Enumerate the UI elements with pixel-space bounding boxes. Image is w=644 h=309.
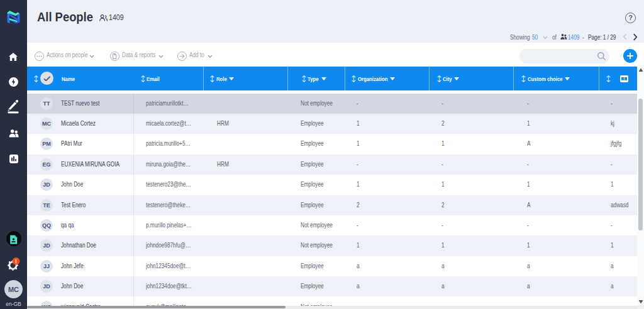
svg-text:!: !: [15, 258, 17, 264]
